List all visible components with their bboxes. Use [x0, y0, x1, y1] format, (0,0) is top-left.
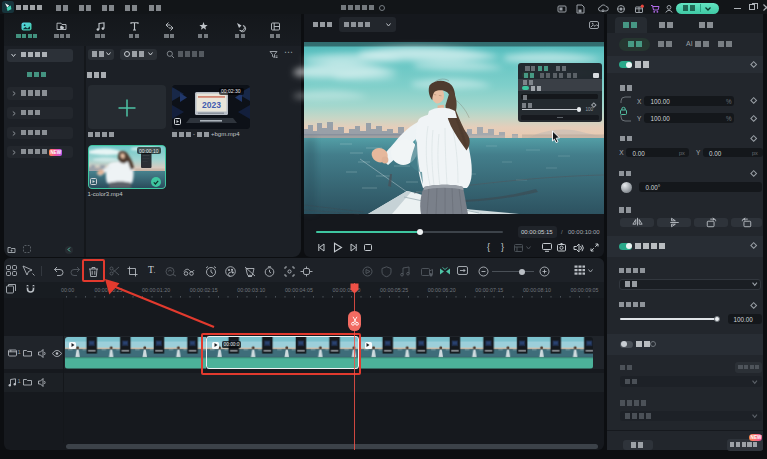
svg-text:2023: 2023 — [202, 100, 221, 110]
